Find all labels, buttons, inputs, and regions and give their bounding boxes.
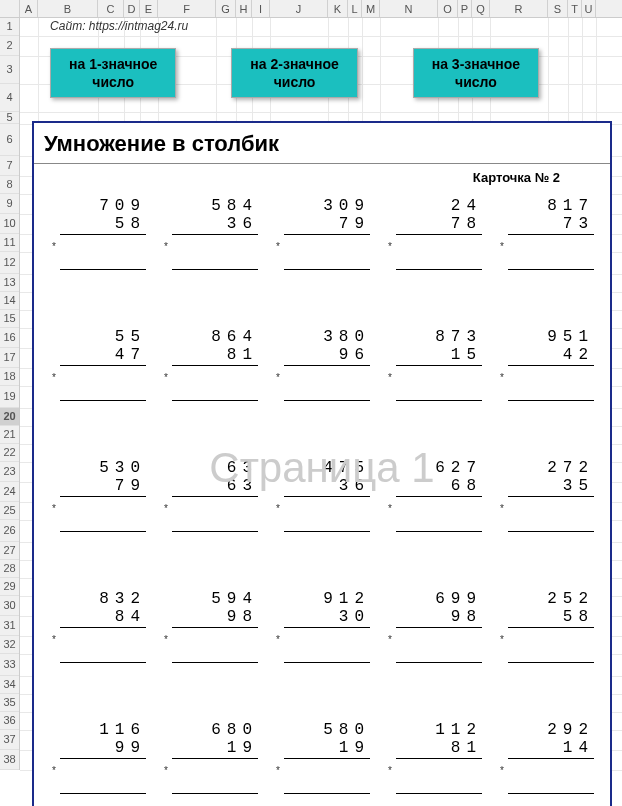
column-header[interactable]: R <box>490 0 548 17</box>
row-header[interactable]: 10 <box>0 214 19 234</box>
row-header[interactable]: 24 <box>0 482 19 502</box>
column-header[interactable]: U <box>582 0 596 17</box>
multiplicand: 63 <box>172 459 258 477</box>
column-header[interactable]: P <box>458 0 472 17</box>
row-header[interactable]: 28 <box>0 560 19 578</box>
spreadsheet-grid[interactable]: Сайт: https://intmag24.ru на 1-значноечи… <box>20 18 622 806</box>
row-header[interactable]: 33 <box>0 654 19 676</box>
multiply-icon: * <box>388 503 392 514</box>
row-header[interactable]: 3 <box>0 56 19 84</box>
column-header[interactable]: I <box>252 0 270 17</box>
multiplication-problem: *25258 <box>500 590 600 663</box>
multiplier: 79 <box>60 477 146 497</box>
column-header[interactable]: H <box>236 0 252 17</box>
multiplication-problem: *2478 <box>388 197 488 270</box>
column-header[interactable]: Q <box>472 0 490 17</box>
multiplier: 96 <box>284 346 370 366</box>
multiplication-problem: *70958 <box>52 197 152 270</box>
multiplier: 58 <box>508 608 594 628</box>
column-header[interactable]: A <box>20 0 38 17</box>
row-header[interactable]: 18 <box>0 368 19 386</box>
row-header[interactable]: 32 <box>0 636 19 654</box>
column-header[interactable] <box>0 0 20 17</box>
result-line <box>396 367 482 401</box>
multiplication-problem: *86481 <box>164 328 264 401</box>
multiplication-problem: *69998 <box>388 590 488 663</box>
row-header[interactable]: 29 <box>0 578 19 596</box>
row-header[interactable]: 27 <box>0 542 19 560</box>
row-header[interactable]: 5 <box>0 112 19 124</box>
result-line <box>284 236 370 270</box>
column-header[interactable]: F <box>158 0 216 17</box>
column-header[interactable]: T <box>568 0 582 17</box>
multiplicand: 709 <box>60 197 146 215</box>
row-header[interactable]: 14 <box>0 292 19 310</box>
card-number: Карточка № 2 <box>34 164 610 189</box>
row-header[interactable]: 12 <box>0 252 19 274</box>
result-line <box>396 760 482 794</box>
column-header[interactable]: J <box>270 0 328 17</box>
result-line <box>60 498 146 532</box>
row-header[interactable]: 11 <box>0 234 19 252</box>
row-header[interactable]: 36 <box>0 712 19 730</box>
row-header[interactable]: 15 <box>0 310 19 328</box>
multiplicand: 580 <box>284 721 370 739</box>
row-header[interactable]: 21 <box>0 426 19 444</box>
row-header[interactable]: 26 <box>0 520 19 542</box>
result-line <box>396 629 482 663</box>
column-header[interactable]: N <box>380 0 438 17</box>
row-header[interactable]: 17 <box>0 348 19 368</box>
one-digit-button[interactable]: на 1-значноечисло <box>50 48 176 98</box>
multiply-icon: * <box>52 634 56 645</box>
row-header[interactable]: 25 <box>0 502 19 520</box>
multiplicand: 951 <box>508 328 594 346</box>
row-header[interactable]: 38 <box>0 750 19 770</box>
row-header[interactable]: 22 <box>0 444 19 462</box>
column-header[interactable]: C <box>98 0 124 17</box>
row-header[interactable]: 20 <box>0 408 19 426</box>
result-line <box>396 236 482 270</box>
multiply-icon: * <box>52 503 56 514</box>
column-header[interactable]: K <box>328 0 348 17</box>
row-header[interactable]: 19 <box>0 386 19 408</box>
two-digit-button[interactable]: на 2-значноечисло <box>231 48 357 98</box>
column-header[interactable]: D <box>124 0 140 17</box>
row-header[interactable]: 13 <box>0 274 19 292</box>
column-header[interactable]: M <box>362 0 380 17</box>
result-line <box>60 367 146 401</box>
row-header[interactable]: 34 <box>0 676 19 694</box>
column-header[interactable]: B <box>38 0 98 17</box>
result-line <box>60 629 146 663</box>
multiplier: 98 <box>172 608 258 628</box>
row-header[interactable]: 2 <box>0 36 19 56</box>
three-digit-button[interactable]: на 3-значноечисло <box>413 48 539 98</box>
problem-row: *5547*86481*38096*87315*95142 <box>52 328 600 401</box>
row-header[interactable]: 7 <box>0 156 19 176</box>
row-header[interactable]: 23 <box>0 462 19 482</box>
multiply-icon: * <box>276 503 280 514</box>
multiply-icon: * <box>276 634 280 645</box>
row-header[interactable]: 1 <box>0 18 19 36</box>
column-header[interactable]: O <box>438 0 458 17</box>
row-header[interactable]: 37 <box>0 730 19 750</box>
multiplicand: 912 <box>284 590 370 608</box>
row-header[interactable]: 35 <box>0 694 19 712</box>
column-header[interactable]: S <box>548 0 568 17</box>
multiplication-problem: *30979 <box>276 197 376 270</box>
column-header[interactable]: G <box>216 0 236 17</box>
multiply-icon: * <box>500 765 504 776</box>
row-header[interactable]: 9 <box>0 194 19 214</box>
multiplier: 14 <box>508 739 594 759</box>
multiplicand: 817 <box>508 197 594 215</box>
row-header[interactable]: 30 <box>0 596 19 616</box>
multiplication-problem: *95142 <box>500 328 600 401</box>
multiplication-problem: *91230 <box>276 590 376 663</box>
row-header[interactable]: 4 <box>0 84 19 112</box>
column-header[interactable]: E <box>140 0 158 17</box>
row-header[interactable]: 16 <box>0 328 19 348</box>
row-header[interactable]: 31 <box>0 616 19 636</box>
column-header[interactable]: L <box>348 0 362 17</box>
multiply-icon: * <box>164 241 168 252</box>
row-header[interactable]: 6 <box>0 124 19 156</box>
row-header[interactable]: 8 <box>0 176 19 194</box>
